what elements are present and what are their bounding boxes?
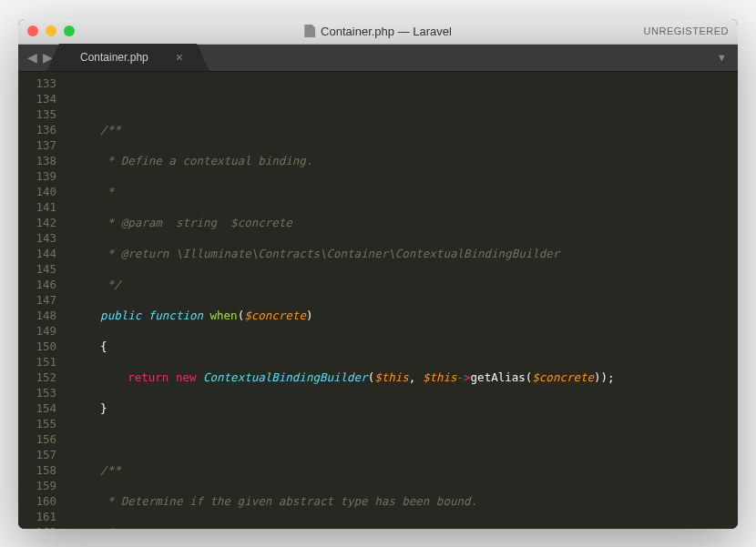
line-number: 137 bbox=[18, 137, 56, 153]
line-number: 160 bbox=[18, 493, 56, 509]
line-number: 150 bbox=[18, 339, 56, 354]
editor-window: Container.php — Laravel UNREGISTERED ◀ ▶… bbox=[18, 19, 738, 529]
nav-back-icon[interactable]: ◀ bbox=[27, 50, 37, 65]
line-number: 145 bbox=[18, 261, 56, 277]
line-number: 161 bbox=[18, 509, 56, 524]
tab-label: Container.php bbox=[80, 51, 148, 64]
maximize-button[interactable] bbox=[64, 25, 75, 36]
line-number: 149 bbox=[18, 323, 56, 339]
line-number: 139 bbox=[18, 168, 56, 184]
line-number: 155 bbox=[18, 416, 56, 431]
line-number: 143 bbox=[18, 230, 56, 246]
line-number: 133 bbox=[18, 76, 56, 91]
line-number: 154 bbox=[18, 400, 56, 416]
tab-bar: ◀ ▶ Container.php × ▼ bbox=[18, 45, 738, 72]
line-number: 147 bbox=[18, 292, 56, 308]
line-number: 162 bbox=[18, 524, 56, 529]
line-number: 140 bbox=[18, 184, 56, 199]
code-area[interactable]: /** * Define a contextual binding. * * @… bbox=[66, 72, 738, 529]
line-number: 135 bbox=[18, 106, 56, 122]
line-number: 151 bbox=[18, 354, 56, 370]
line-number-gutter: 1331341351361371381391401411421431441451… bbox=[18, 72, 66, 529]
tab-menu-arrow-icon[interactable]: ▼ bbox=[706, 52, 738, 63]
line-number: 148 bbox=[18, 308, 56, 323]
line-number: 146 bbox=[18, 277, 56, 292]
line-number: 142 bbox=[18, 215, 56, 230]
tab-container-php[interactable]: Container.php × bbox=[62, 44, 194, 71]
file-icon bbox=[304, 25, 315, 37]
registration-status: UNREGISTERED bbox=[644, 25, 729, 36]
traffic-lights bbox=[27, 25, 75, 36]
titlebar[interactable]: Container.php — Laravel UNREGISTERED bbox=[18, 19, 738, 45]
line-number: 153 bbox=[18, 385, 56, 400]
line-number: 156 bbox=[18, 431, 56, 447]
line-number: 157 bbox=[18, 447, 56, 462]
line-number: 144 bbox=[18, 246, 56, 261]
line-number: 159 bbox=[18, 478, 56, 493]
window-title: Container.php — Laravel bbox=[304, 25, 452, 38]
tab-close-icon[interactable]: × bbox=[176, 50, 183, 65]
line-number: 136 bbox=[18, 122, 56, 137]
line-number: 138 bbox=[18, 153, 56, 168]
line-number: 141 bbox=[18, 199, 56, 215]
line-number: 158 bbox=[18, 462, 56, 478]
minimize-button[interactable] bbox=[46, 25, 56, 36]
window-title-text: Container.php — Laravel bbox=[321, 25, 452, 38]
line-number: 134 bbox=[18, 91, 56, 106]
code-editor[interactable]: 1331341351361371381391401411421431441451… bbox=[18, 72, 738, 529]
close-button[interactable] bbox=[27, 25, 38, 36]
line-number: 152 bbox=[18, 370, 56, 385]
